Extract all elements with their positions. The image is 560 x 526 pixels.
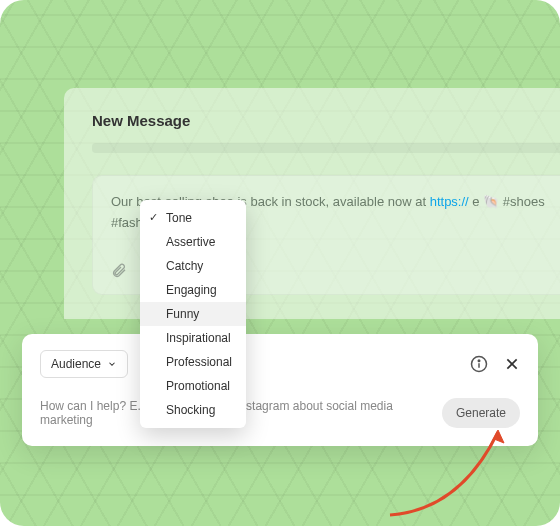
info-icon[interactable] (470, 355, 488, 373)
tone-option-promotional[interactable]: Promotional (140, 374, 246, 398)
tone-option-shocking[interactable]: Shocking (140, 398, 246, 422)
attachment-icon[interactable] (111, 262, 127, 278)
close-icon[interactable] (504, 356, 520, 372)
tone-option-engaging[interactable]: Engaging (140, 278, 246, 302)
generate-button[interactable]: Generate (442, 398, 520, 428)
compose-link[interactable]: https:// (430, 194, 469, 209)
tone-option-professional[interactable]: Professional (140, 350, 246, 374)
tone-option-inspirational[interactable]: Inspirational (140, 326, 246, 350)
chevron-down-icon (107, 359, 117, 369)
ai-assist-panel: Audience How can I help? E.g. write a po… (22, 334, 538, 446)
audience-label: Audience (51, 357, 101, 371)
tone-option-assertive[interactable]: Assertive (140, 230, 246, 254)
svg-point-7 (478, 360, 480, 362)
tone-option-catchy[interactable]: Catchy (140, 254, 246, 278)
new-message-card: New Message Our best-selling shoe is bac… (64, 88, 560, 319)
tab-bar-placeholder (92, 143, 560, 153)
tone-dropdown: ToneAssertiveCatchyEngagingFunnyInspirat… (140, 200, 246, 428)
tone-option-funny[interactable]: Funny (140, 302, 246, 326)
audience-button[interactable]: Audience (40, 350, 128, 378)
tone-option-tone[interactable]: Tone (140, 206, 246, 230)
new-message-title: New Message (92, 112, 560, 129)
